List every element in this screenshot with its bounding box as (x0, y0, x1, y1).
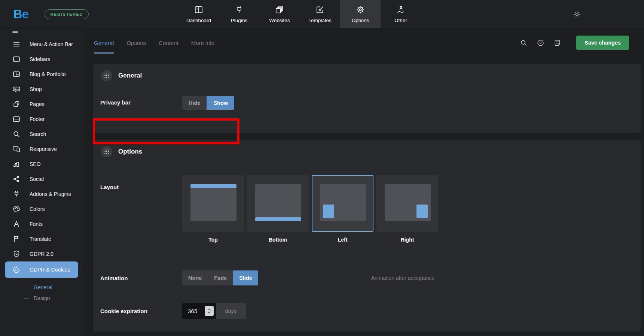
sidebar-item-translate[interactable]: Translate (0, 231, 83, 246)
nav-item-plugins[interactable]: Plugins (219, 0, 259, 28)
animation-toggle: None Fade Slide (182, 270, 258, 285)
registered-badge: REGISTERED (45, 9, 89, 19)
thumb-body (385, 184, 431, 221)
sidebar: Menu & Action Bar Sidebars (0, 28, 83, 336)
sidebar-item-pages[interactable]: Pages (0, 97, 83, 112)
layout-choice-top[interactable]: Top (182, 175, 244, 243)
save-changes-button[interactable]: Save changes (576, 36, 629, 50)
nav-item-dashboard[interactable]: Dashboard (178, 0, 219, 28)
privacy-bar-toggle: Hide Show (182, 96, 234, 110)
shield-icon: G (12, 250, 21, 258)
sidebar-item-social[interactable]: Social (0, 172, 83, 187)
sidebar-submenu: — General — Design (0, 282, 83, 303)
sidebar-subitem-design[interactable]: — Design (0, 293, 83, 303)
layout-icon (12, 70, 21, 78)
sidebar-item-label: Colors (30, 206, 45, 212)
nav-label: Templates (308, 18, 332, 23)
cookie-expiration-field: days (182, 303, 246, 319)
sidebar-item-label: Social (30, 176, 44, 182)
tab-more-info[interactable]: More info (191, 28, 215, 57)
tab-content[interactable]: Content (159, 28, 178, 57)
cookie-icon (12, 266, 21, 274)
sidebar-item-menu-action-bar[interactable]: Menu & Action Bar (0, 37, 83, 52)
sidebar-item-addons-plugins[interactable]: Addons & Plugins (0, 187, 83, 202)
layout-choice-label: Left (312, 237, 373, 243)
animation-slide-button[interactable]: Slide (233, 270, 258, 285)
sidebar-item-fonts[interactable]: Fonts (0, 217, 83, 231)
subitem-dash: — (24, 295, 29, 301)
sidebar-item-label: Search (30, 131, 46, 137)
sidebar-item-responsive[interactable]: Responsive (0, 142, 83, 157)
sidebar-item-gdpr-2-0[interactable]: G GDPR 2.0 (0, 246, 83, 261)
tab-options[interactable]: Options (126, 28, 146, 57)
help-icon[interactable]: ? (537, 39, 544, 47)
sidebar-item-search[interactable]: Search (0, 127, 83, 142)
share-icon (12, 175, 21, 183)
layout-choice-right[interactable]: Right (376, 175, 438, 243)
betheme-logo[interactable]: Be (13, 7, 28, 21)
search-icon[interactable] (520, 39, 528, 47)
nav-label: Plugins (231, 18, 247, 23)
responsive-icon (12, 145, 21, 153)
layout-label: Layout (100, 175, 182, 190)
sidebar-item-shop[interactable]: Woo Shop (0, 82, 83, 97)
animation-fade-button[interactable]: Fade (208, 270, 233, 285)
section-general: General Privacy bar Hide Show (93, 64, 641, 133)
sidebar-item-sidebars[interactable]: Sidebars (0, 52, 83, 67)
woocommerce-icon: Woo (12, 85, 21, 93)
subitem-dash: — (24, 284, 29, 290)
main-panel: General Options Content More info ? (83, 28, 644, 336)
dashboard-icon (194, 5, 204, 15)
sidebar-item-seo[interactable]: SEO (0, 157, 83, 172)
privacy-bar-label: Privacy bar (100, 96, 182, 106)
animation-row: Animation None Fade Slide Animation afte… (93, 270, 641, 285)
layout-choices: Top Bottom (182, 175, 438, 243)
sidebar-item-blog-portfolio[interactable]: Blog & Portfolio (0, 67, 83, 82)
plug-icon (234, 5, 244, 15)
sidebar-item-label: SEO (30, 161, 41, 167)
layout-row: Layout Top (93, 175, 641, 243)
search-icon (12, 130, 21, 138)
plug-icon (12, 190, 21, 198)
sidebar-item-label: Responsive (30, 146, 57, 152)
nav-item-options[interactable]: Options (340, 0, 381, 28)
section-options-header: Options (93, 140, 641, 163)
changelog-icon[interactable] (553, 39, 561, 47)
layout-choice-label: Top (182, 237, 244, 243)
nav-item-templates[interactable]: Templates (300, 0, 340, 28)
palette-icon (12, 205, 21, 213)
animation-none-button[interactable]: None (182, 270, 208, 285)
svg-text:Woo: Woo (14, 88, 19, 90)
layout-choice-bottom[interactable]: Bottom (247, 175, 309, 243)
tab-general[interactable]: General (94, 28, 114, 57)
sidebar-item-label: Footer (30, 116, 45, 122)
sidebar-item-colors[interactable]: Colors (0, 202, 83, 217)
nav-item-other[interactable]: Other (381, 0, 421, 28)
sidebar-item-label: Shop (30, 86, 42, 92)
layout-thumbnail-right (376, 175, 438, 232)
thumb-block (323, 205, 334, 218)
drag-handle-icon[interactable] (101, 70, 112, 81)
websites-icon (275, 5, 284, 15)
drag-handle-icon[interactable] (101, 146, 112, 157)
settings-content: General Privacy bar Hide Show (83, 57, 644, 332)
sidebar-item-gdpr-cookies[interactable]: GDPR & Cookies (5, 261, 78, 278)
layout-thumbnail-left (312, 175, 373, 232)
cookie-expiration-label: Cookie expiration (100, 308, 182, 314)
number-input-wrap (182, 303, 216, 319)
main-nav: Dashboard Plugins Websites (178, 0, 421, 28)
layout-thumbnail-bottom (247, 175, 309, 232)
sidebar-item-label: Pages (30, 101, 45, 107)
privacy-show-button[interactable]: Show (207, 96, 234, 110)
privacy-hide-button[interactable]: Hide (182, 96, 207, 110)
sidebar-item-label: GDPR & Cookies (30, 267, 70, 273)
support-icon (396, 5, 406, 15)
theme-toggle-sun-icon[interactable] (573, 10, 581, 18)
number-stepper[interactable] (205, 306, 214, 316)
layout-choice-left[interactable]: Left (312, 175, 373, 243)
sidebar-item-footer[interactable]: Footer (0, 112, 83, 127)
logo-divider (39, 7, 39, 22)
cookie-expiration-row: Cookie expiration days (93, 303, 641, 319)
sidebar-subitem-general[interactable]: — General (0, 282, 83, 293)
nav-item-websites[interactable]: Websites (259, 0, 300, 28)
